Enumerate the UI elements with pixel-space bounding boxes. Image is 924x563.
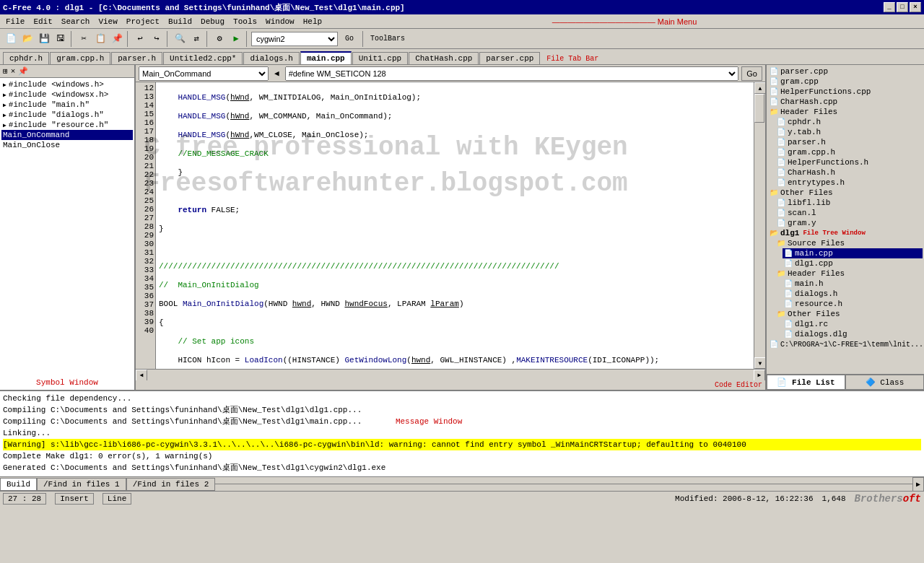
scroll-right-button[interactable]: ▶: [754, 370, 765, 381]
copy-button[interactable]: 📋: [92, 31, 108, 47]
new-file-button[interactable]: 📄: [3, 31, 19, 47]
ft-main-h[interactable]: 📄 main.h: [783, 279, 923, 289]
vertical-scrollbar[interactable]: ▲ ▼: [754, 82, 765, 369]
search-button[interactable]: 🔍: [172, 31, 188, 47]
scroll-thumb[interactable]: [754, 94, 764, 123]
ft-charhash-h[interactable]: 📄 CharHash.h: [775, 167, 923, 178]
code-area[interactable]: HANDLE_MSG(hWnd, WM_INITDIALOG, Main_OnI…: [156, 82, 754, 369]
line-num: 32: [137, 257, 154, 266]
menu-window[interactable]: Window: [261, 16, 299, 27]
ft-charhash-cpp[interactable]: 📄 CharHash.cpp: [768, 97, 923, 107]
menu-edit[interactable]: Edit: [29, 16, 56, 27]
go-button[interactable]: Go: [741, 66, 762, 81]
ft-helper-h[interactable]: 📄 HelperFunctions.h: [775, 157, 923, 167]
scroll-up-button[interactable]: ▲: [754, 82, 765, 94]
file-icon: 📄: [777, 178, 785, 187]
save-all-button[interactable]: 🖫: [53, 31, 69, 47]
tab-main[interactable]: main.cpp: [300, 51, 352, 64]
ft-dlg1-rc[interactable]: 📄 dlg1.rc: [783, 319, 923, 329]
find-in-files-2-tab[interactable]: /Find in files 2: [126, 478, 216, 491]
ft-gram-cpp[interactable]: 📄 gram.cpp: [768, 77, 923, 87]
redo-button[interactable]: ↪: [149, 31, 165, 47]
scroll-left-button[interactable]: ◀: [136, 370, 147, 381]
ft-dlg1-project[interactable]: 📂 dlg1 File Tree Window: [768, 228, 923, 238]
ft-other-files-folder[interactable]: 📁 Other Files: [768, 188, 923, 198]
ft-dialogs-h[interactable]: 📄 dialogs.h: [783, 289, 923, 299]
editor-content-area: 12 13 14 15 16 17 18 19 20 21 22 23 24 2…: [136, 82, 765, 369]
ft-header-files-folder2[interactable]: 📁 Header Files: [775, 269, 923, 279]
ft-gram-y[interactable]: 📄 gram.y: [775, 218, 923, 228]
tab-untitled[interactable]: Untitled2.cpp*: [163, 52, 243, 64]
ft-progra-path[interactable]: 📄 C:\PROGRA~1\C-FREE~1\temm\lnit...: [768, 339, 923, 349]
build-tab[interactable]: Build: [0, 478, 37, 491]
compiler-dropdown[interactable]: cygwin2: [251, 32, 338, 46]
tab-unit1[interactable]: Unit1.cpp: [352, 52, 408, 64]
maximize-button[interactable]: □: [897, 2, 908, 12]
menu-project[interactable]: Project: [122, 16, 164, 27]
function-dropdown[interactable]: Main_OnCommand: [139, 66, 269, 81]
open-file-button[interactable]: 📂: [19, 31, 35, 47]
symbol-item-main-onclose[interactable]: Main_OnClose: [1, 140, 133, 150]
symbol-item-windowsx-h[interactable]: ▶ #include <windowsx.h>: [1, 90, 133, 100]
symbol-item-resource-h[interactable]: ▶ #include "resource.h": [1, 120, 133, 130]
nav-arrow-left: ◀: [271, 69, 282, 78]
ft-ytab-h[interactable]: 📄 y.tab.h: [775, 127, 923, 137]
scroll-down-button[interactable]: ▼: [754, 357, 765, 369]
tab-dialogs[interactable]: dialogs.h: [243, 52, 299, 64]
compile-button[interactable]: ⚙: [212, 31, 227, 47]
cut-button[interactable]: ✂: [76, 31, 92, 47]
go-button[interactable]: Go: [339, 31, 360, 47]
ft-helperfunctions-cpp[interactable]: 📄 HelperFunctions.cpp: [768, 87, 923, 97]
line-num: 12: [137, 84, 154, 92]
tab-chathash[interactable]: ChatHash.cpp: [409, 52, 479, 64]
ft-resource-h[interactable]: 📄 resource.h: [783, 299, 923, 309]
ft-scan-l[interactable]: 📄 scan.l: [775, 208, 923, 218]
find-in-files-1-tab[interactable]: /Find in files 1: [37, 478, 126, 491]
file-list-tab[interactable]: 📄 File List: [767, 375, 845, 390]
position-status: 27 : 28: [3, 494, 46, 503]
ft-source-files-folder[interactable]: 📁 Source Files: [775, 238, 923, 248]
symbol-item-windows-h[interactable]: ▶ #include <windows.h>: [1, 79, 133, 90]
menu-view[interactable]: View: [94, 16, 121, 27]
symbol-dropdown[interactable]: #define WM_SETICON 128: [285, 66, 739, 81]
menu-build[interactable]: Build: [164, 16, 196, 27]
tab-gram[interactable]: gram.cpp.h: [50, 52, 110, 64]
undo-button[interactable]: ↩: [132, 31, 148, 47]
close-button[interactable]: ×: [910, 2, 921, 12]
menu-help[interactable]: Help: [299, 16, 326, 27]
h-scroll-track[interactable]: [147, 370, 754, 381]
ft-parser-h[interactable]: 📄 parser.h: [775, 137, 923, 147]
line-num: 24: [137, 188, 154, 196]
ft-other-files-folder2[interactable]: 📁 Other Files: [775, 309, 923, 319]
replace-button[interactable]: ⇄: [188, 31, 204, 47]
paste-button[interactable]: 📌: [109, 31, 125, 47]
symbol-item-dialogs-h[interactable]: ▶ #include "dialogs.h": [1, 110, 133, 120]
tab-cphdr[interactable]: cphdr.h: [3, 52, 49, 64]
tab-scroll-button[interactable]: ▶: [912, 477, 924, 492]
symbol-item-main-oncommand[interactable]: Main_OnCommand: [1, 130, 133, 140]
ft-gram-cpp-h[interactable]: 📄 gram.cpp.h: [775, 147, 923, 157]
ft-dlg1-cpp[interactable]: 📄 dlg1.cpp: [783, 258, 923, 269]
menu-search[interactable]: Search: [57, 16, 95, 27]
ft-cphdr-h[interactable]: 📄 cphdr.h: [775, 117, 923, 127]
menu-file[interactable]: File: [1, 16, 29, 27]
tab-parser[interactable]: parser.h: [111, 52, 162, 64]
minimize-button[interactable]: _: [884, 2, 895, 12]
ft-main-cpp[interactable]: 📄 main.cpp: [783, 248, 923, 258]
ft-libfl-lib[interactable]: 📄 libfl.lib: [775, 198, 923, 208]
ft-header-files-folder[interactable]: 📁 Header Files: [768, 107, 923, 117]
save-file-button[interactable]: 💾: [36, 31, 52, 47]
ft-dialogs-dlg[interactable]: 📄 dialogs.dlg: [783, 329, 923, 339]
tab-parser2[interactable]: parser.cpp: [479, 52, 540, 64]
menu-debug[interactable]: Debug: [196, 16, 229, 27]
symbol-item-main-h[interactable]: ▶ #include "main.h": [1, 100, 133, 110]
file-info-status: Modified: 2006-8-12, 16:22:36: [675, 494, 813, 503]
class-tab[interactable]: 🔷 Class: [845, 375, 924, 390]
ft-parser-cpp[interactable]: 📄 parser.cpp: [768, 66, 923, 77]
menu-tools[interactable]: Tools: [229, 16, 261, 27]
run-button[interactable]: ▶: [228, 31, 244, 47]
ft-label: parser.cpp: [780, 67, 828, 76]
scroll-track[interactable]: [754, 94, 765, 357]
ft-entrytypes-h[interactable]: 📄 entrytypes.h: [775, 178, 923, 188]
horizontal-scrollbar[interactable]: ◀ ▶: [136, 369, 765, 380]
